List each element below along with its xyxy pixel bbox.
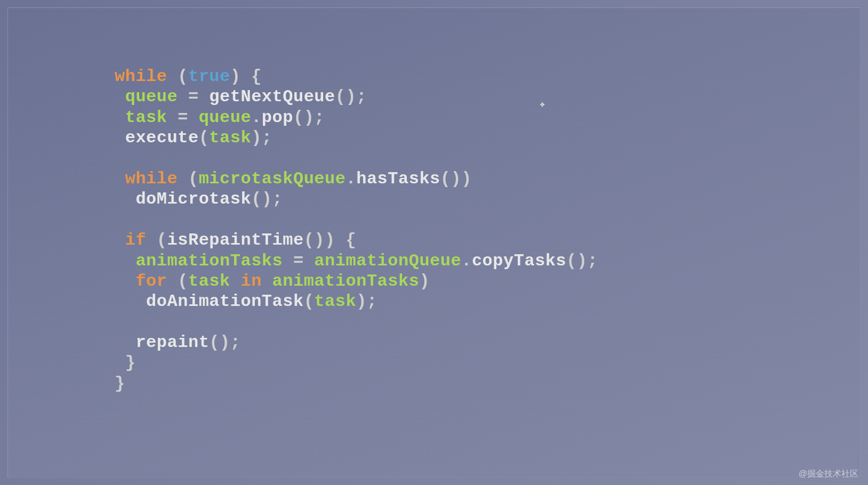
code-line: for (task in animationTasks): [115, 271, 598, 292]
code-token-var: task: [209, 128, 251, 148]
code-token-fn: pop: [262, 108, 293, 127]
code-token-fn: repaint: [135, 333, 209, 352]
code-token-punct: ();: [566, 251, 598, 271]
code-token-var: animationQueue: [314, 251, 461, 271]
code-token-var: task: [125, 108, 167, 127]
code-token-punct: (: [167, 67, 188, 86]
code-token-kw: in: [240, 271, 261, 291]
slide-frame: while (true) { queue = getNextQueue(); t…: [7, 7, 861, 478]
code-token-punct: =: [167, 108, 199, 127]
code-token-punct: ();: [335, 87, 367, 107]
code-line: }: [115, 353, 598, 373]
code-token-fn: copyTasks: [472, 251, 566, 271]
code-token-fn: getNextQueue: [209, 87, 335, 107]
code-token-punct: [115, 230, 125, 250]
code-line: while (microtaskQueue.hasTasks()): [115, 169, 598, 189]
code-token-var: animationTasks: [272, 271, 420, 291]
code-token-kw: for: [135, 271, 167, 291]
code-token-punct: }: [115, 353, 135, 373]
code-token-punct: [115, 292, 146, 311]
code-token-punct: .: [461, 251, 472, 271]
code-token-var: microtaskQueue: [199, 169, 346, 189]
code-token-punct: (: [199, 128, 210, 148]
code-token-fn: doAnimationTask: [146, 292, 304, 311]
code-token-punct: [115, 189, 135, 209]
code-token-punct: [115, 149, 125, 168]
code-token-punct: ();: [251, 189, 283, 209]
code-token-var: queue: [125, 87, 178, 107]
code-token-fn: isRepaintTime: [167, 230, 304, 250]
code-token-punct: [230, 271, 241, 291]
code-token-punct: (: [146, 230, 167, 250]
code-token-var: queue: [199, 108, 252, 127]
code-line: task = queue.pop();: [115, 108, 598, 128]
cursor-icon: ✥: [540, 100, 546, 106]
code-token-var: task: [314, 292, 356, 311]
code-token-punct: [115, 271, 135, 291]
code-token-punct: ) {: [230, 67, 262, 86]
code-block: while (true) { queue = getNextQueue(); t…: [115, 67, 598, 394]
code-token-fn: hasTasks: [356, 169, 440, 189]
code-token-punct: [115, 333, 135, 352]
code-token-punct: (: [167, 271, 188, 291]
code-line: queue = getNextQueue();: [115, 87, 598, 107]
code-token-fn: doMicrotask: [135, 189, 251, 209]
code-token-punct: [115, 251, 135, 271]
code-token-var: animationTasks: [135, 251, 283, 271]
code-token-punct: .: [345, 169, 356, 189]
code-token-bool: true: [188, 67, 230, 86]
code-line: [115, 149, 598, 169]
code-token-punct: [115, 87, 125, 107]
code-line: }: [115, 374, 598, 394]
code-token-punct: ): [419, 271, 430, 291]
code-token-punct: [115, 312, 125, 332]
code-token-punct: }: [115, 374, 125, 393]
code-token-punct: );: [251, 128, 272, 148]
code-line: doAnimationTask(task);: [115, 292, 598, 312]
code-line: execute(task);: [115, 128, 598, 148]
code-line: while (true) {: [115, 67, 598, 87]
watermark-text: @掘金技术社区: [799, 468, 858, 480]
code-line: animationTasks = animationQueue.copyTask…: [115, 251, 598, 271]
code-token-punct: [115, 128, 125, 148]
code-line: repaint();: [115, 333, 598, 353]
code-line: doMicrotask();: [115, 189, 598, 209]
code-token-punct: ();: [209, 333, 240, 352]
code-line: [115, 210, 598, 230]
code-token-punct: ();: [293, 108, 325, 127]
code-line: if (isRepaintTime()) {: [115, 230, 598, 250]
code-token-kw: if: [125, 230, 146, 250]
code-token-punct: [115, 108, 125, 127]
code-line: [115, 312, 598, 333]
code-token-punct: ()) {: [304, 230, 357, 250]
code-token-kw: while: [125, 169, 178, 189]
code-token-punct: =: [283, 251, 314, 271]
code-token-punct: [115, 169, 125, 189]
code-token-punct: [115, 210, 125, 230]
code-token-var: task: [188, 271, 230, 291]
code-token-punct: );: [356, 292, 377, 311]
code-token-fn: execute: [125, 128, 199, 148]
code-token-punct: (: [304, 292, 315, 311]
code-token-punct: (: [178, 169, 198, 189]
code-token-kw: while: [115, 67, 167, 86]
code-token-punct: [262, 271, 272, 291]
code-token-punct: .: [251, 108, 262, 127]
code-token-punct: =: [178, 87, 209, 107]
code-token-punct: ()): [440, 169, 472, 189]
